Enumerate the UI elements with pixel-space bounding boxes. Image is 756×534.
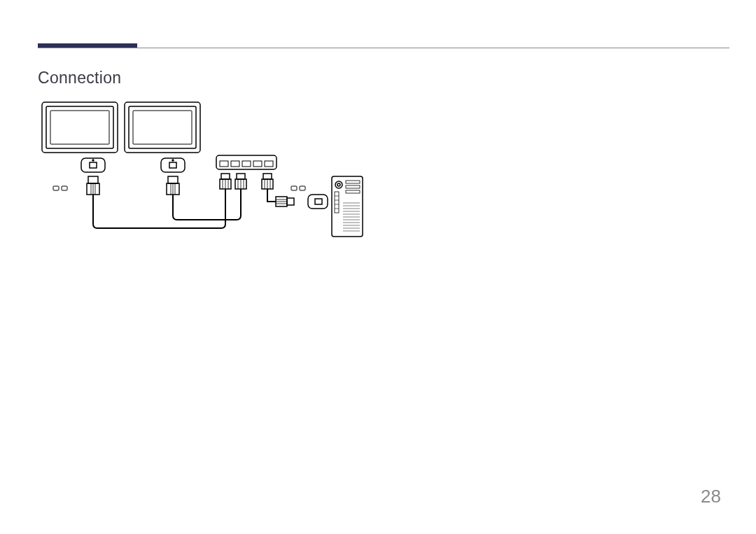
network-hub-icon [216,155,276,169]
cable-plug-2-icon [167,176,179,195]
hub-plug-3-icon [262,174,273,189]
svg-rect-5 [133,111,192,144]
svg-rect-57 [346,181,360,183]
hub-plug-2-icon [235,174,246,189]
svg-rect-59 [346,190,360,193]
connection-diagram [38,98,374,245]
svg-rect-3 [125,102,200,153]
svg-rect-13 [62,186,67,190]
svg-rect-0 [42,102,118,153]
svg-rect-4 [129,106,196,148]
svg-rect-47 [308,195,328,209]
svg-rect-30 [221,174,230,179]
svg-rect-2 [50,111,109,144]
svg-rect-58 [346,185,360,188]
computer-tower-icon [332,176,363,237]
svg-rect-48 [315,199,322,204]
display-1-icon [42,102,118,153]
small-connector-left-icon [53,186,67,190]
svg-rect-14 [88,176,98,183]
svg-rect-10 [169,162,176,168]
page-number: 28 [701,486,721,507]
svg-rect-60 [335,192,339,213]
svg-rect-25 [220,161,228,167]
display-1-port-icon [81,158,105,172]
svg-rect-49 [287,198,294,205]
header-divider [38,48,729,48]
cable-plug-1-icon [87,176,99,195]
svg-rect-35 [237,174,245,179]
svg-rect-12 [53,186,59,190]
svg-rect-46 [300,186,305,190]
display-2-port-icon [161,158,185,172]
pc-plug-icon [276,197,294,206]
svg-rect-1 [46,106,113,148]
svg-rect-40 [263,174,272,179]
svg-point-8 [92,160,94,161]
small-connector-right-icon [291,186,305,190]
section-title: Connection [38,69,121,87]
svg-point-11 [172,160,174,161]
cable-paths-icon [93,189,276,228]
svg-rect-24 [216,155,276,169]
svg-rect-28 [253,161,262,167]
display-2-icon [125,102,200,153]
svg-rect-7 [90,162,97,168]
svg-rect-45 [291,186,297,190]
svg-rect-26 [231,161,239,167]
svg-rect-27 [242,161,251,167]
svg-rect-19 [168,176,178,183]
svg-point-56 [337,183,340,186]
svg-rect-29 [265,161,273,167]
pc-port-icon [308,195,328,209]
svg-point-55 [335,181,342,188]
hub-plug-1-icon [220,174,231,189]
